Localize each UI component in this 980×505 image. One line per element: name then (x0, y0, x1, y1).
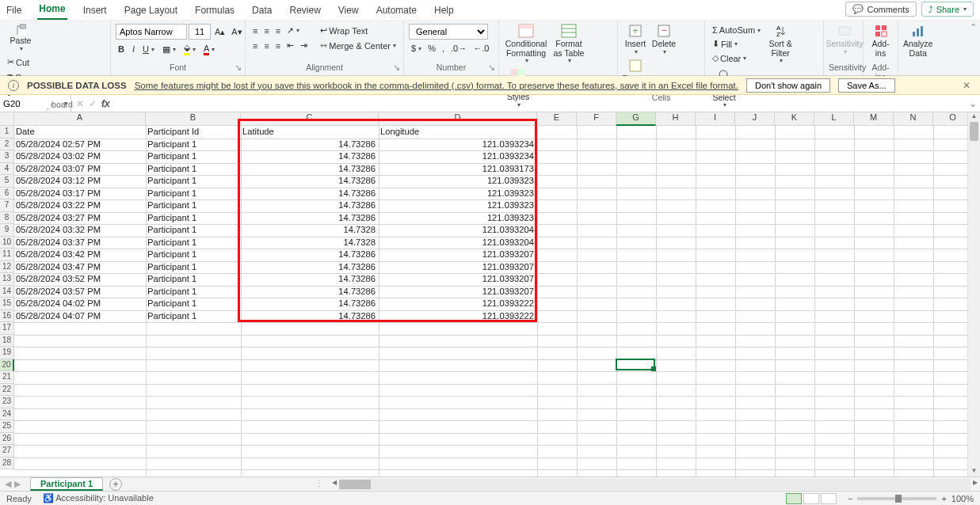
menu-tab-view[interactable]: View (337, 2, 360, 20)
cell-C15[interactable]: 14.73286 (241, 298, 377, 310)
cell-A13[interactable]: 05/28/2024 03:52 PM (14, 273, 144, 286)
cell-D11[interactable]: 121.0393207 (379, 249, 536, 261)
paste-button[interactable]: Paste▾ (5, 24, 36, 52)
cell-D10[interactable]: 121.0393204 (379, 237, 536, 249)
row-header-14[interactable]: 14 (0, 286, 14, 298)
align-left-button[interactable]: ≡ (250, 39, 260, 52)
font-color-button[interactable]: A▾ (201, 42, 217, 57)
menu-tab-insert[interactable]: Insert (82, 2, 109, 20)
menu-tab-help[interactable]: Help (433, 2, 456, 20)
cell-C13[interactable]: 14.73286 (241, 273, 377, 286)
row-header-3[interactable]: 3 (0, 150, 14, 163)
col-header-O[interactable]: O (933, 112, 967, 126)
cell-D14[interactable]: 121.0393207 (379, 286, 536, 298)
cell-A12[interactable]: 05/28/2024 03:47 PM (14, 261, 144, 274)
share-button[interactable]: ⤴Share▾ (921, 2, 974, 17)
row-header-25[interactable]: 25 (0, 420, 14, 433)
wrap-text-button[interactable]: ↩Wrap Text (318, 24, 398, 37)
row-header-8[interactable]: 8 (0, 212, 14, 225)
cell-B13[interactable]: Participant 1 (146, 273, 239, 286)
menu-tab-automate[interactable]: Automate (375, 2, 418, 20)
col-header-F[interactable]: F (577, 112, 616, 126)
decrease-indent-button[interactable]: ⇤ (284, 39, 296, 52)
cut-button[interactable]: ✂Cut (5, 55, 78, 69)
col-header-M[interactable]: M (854, 112, 894, 126)
increase-decimal-button[interactable]: .0→ (448, 42, 469, 55)
cell-A3[interactable]: 05/28/2024 03:02 PM (14, 150, 144, 163)
cell-D1[interactable]: Longitude (379, 126, 536, 139)
increase-indent-button[interactable]: ⇥ (298, 39, 310, 52)
cell-A1[interactable]: Date (14, 126, 144, 139)
percent-button[interactable]: % (425, 42, 438, 55)
borders-button[interactable]: ▦▾ (160, 43, 178, 56)
cell-C1[interactable]: Latitude (241, 126, 377, 139)
zoom-out-button[interactable]: − (848, 494, 852, 503)
align-middle-button[interactable]: ≡ (261, 24, 271, 37)
row-header-15[interactable]: 15 (0, 298, 14, 310)
col-header-C[interactable]: C (241, 112, 379, 126)
sort-filter-button[interactable]: AZ Sort & Filter▾ (766, 24, 795, 65)
decrease-decimal-button[interactable]: ←.0 (471, 42, 491, 55)
row-header-26[interactable]: 26 (0, 433, 14, 446)
fill-button[interactable]: ⬇Fill▾ (710, 37, 763, 51)
hscroll-left[interactable]: ◀ (330, 479, 339, 490)
cell-C8[interactable]: 14.73286 (241, 212, 377, 225)
cell-D4[interactable]: 121.0393173 (379, 163, 536, 176)
name-box[interactable]: ▾ (0, 95, 71, 112)
cell-B5[interactable]: Participant 1 (146, 175, 239, 188)
cell-B1[interactable]: Participant Id (146, 126, 239, 139)
bold-button[interactable]: B (116, 43, 127, 55)
cell-A4[interactable]: 05/28/2024 03:07 PM (14, 163, 144, 176)
worksheet-grid[interactable]: ABCDEFGHIJKLMNO 123456789101112131415161… (0, 112, 967, 477)
save-as-button[interactable]: Save As... (838, 78, 895, 93)
number-launcher[interactable]: ↘ (486, 63, 496, 72)
col-header-A[interactable]: A (14, 112, 146, 126)
col-header-B[interactable]: B (146, 112, 241, 126)
menu-tab-page-layout[interactable]: Page Layout (123, 2, 179, 20)
cell-C9[interactable]: 14.7328 (241, 224, 377, 237)
cell-C2[interactable]: 14.73286 (241, 139, 377, 151)
cell-B7[interactable]: Participant 1 (146, 199, 239, 212)
cell-A16[interactable]: 05/28/2024 04:07 PM (14, 310, 144, 323)
sheet-nav-prev[interactable]: ◀ (5, 479, 11, 489)
vscroll-thumb[interactable] (970, 122, 978, 141)
row-header-20[interactable]: 20 (0, 359, 14, 372)
row-header-17[interactable]: 17 (0, 322, 14, 335)
row-header-22[interactable]: 22 (0, 384, 14, 397)
scroll-up-button[interactable]: ▲ (968, 112, 980, 122)
merge-center-button[interactable]: ⇿Merge & Center▾ (318, 39, 398, 52)
menu-tab-data[interactable]: Data (250, 2, 273, 20)
col-header-K[interactable]: K (775, 112, 814, 126)
cell-C4[interactable]: 14.73286 (241, 163, 377, 176)
col-header-J[interactable]: J (735, 112, 775, 126)
row-header-28[interactable]: 28 (0, 458, 14, 470)
cell-D5[interactable]: 121.039323 (379, 175, 536, 188)
cell-B15[interactable]: Participant 1 (146, 298, 239, 310)
cell-B10[interactable]: Participant 1 (146, 237, 239, 249)
status-accessibility[interactable]: ♿ Accessibility: Unavailable (43, 493, 154, 503)
cell-A7[interactable]: 05/28/2024 03:22 PM (14, 199, 144, 212)
hscroll-thumb[interactable] (339, 480, 371, 489)
delete-cells-button[interactable]: −Delete▾ (651, 24, 677, 55)
analyze-data-button[interactable]: Analyze Data (903, 24, 932, 58)
cell-D13[interactable]: 121.0393207 (379, 273, 536, 286)
alignment-launcher[interactable]: ↘ (391, 63, 401, 72)
decrease-font-button[interactable]: A▾ (229, 25, 244, 39)
cell-C12[interactable]: 14.73286 (241, 261, 377, 274)
orientation-button[interactable]: ➚▾ (284, 24, 302, 37)
cell-C6[interactable]: 14.73286 (241, 188, 377, 200)
cell-D9[interactable]: 121.0393204 (379, 224, 536, 237)
menu-tab-formulas[interactable]: Formulas (193, 2, 236, 20)
number-format-select[interactable]: General (409, 24, 488, 40)
cell-B4[interactable]: Participant 1 (146, 163, 239, 176)
row-header-6[interactable]: 6 (0, 188, 14, 200)
row-header-12[interactable]: 12 (0, 261, 14, 274)
view-normal-button[interactable] (786, 493, 802, 504)
cell-C10[interactable]: 14.7328 (241, 237, 377, 249)
hscroll-right[interactable]: ▶ (970, 479, 980, 490)
align-top-button[interactable]: ≡ (250, 24, 260, 37)
select-all-corner[interactable] (0, 112, 14, 126)
scroll-down-button[interactable]: ▼ (968, 467, 980, 477)
format-as-table-button[interactable]: Format as Table▾ (551, 24, 586, 65)
currency-button[interactable]: $▾ (409, 42, 424, 55)
